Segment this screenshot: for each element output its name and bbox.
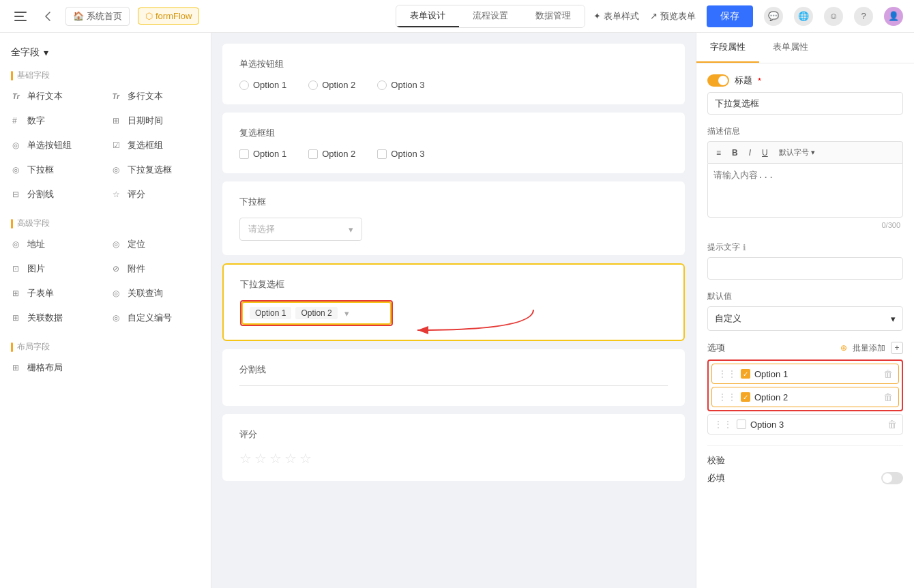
add-option-button[interactable]: + bbox=[891, 342, 903, 354]
desc-textarea[interactable] bbox=[707, 163, 903, 218]
field-custom-id[interactable]: ◎ 自定义编号 bbox=[106, 306, 206, 330]
radio-option-3[interactable]: Option 3 bbox=[377, 80, 424, 90]
checkbox-sq-3 bbox=[377, 149, 387, 159]
right-panel: 字段属性 表单属性 标题 * 描述信息 ≡ B bbox=[696, 33, 914, 588]
field-related-data[interactable]: ⊞ 关联数据 bbox=[5, 306, 106, 330]
svg-rect-2 bbox=[14, 20, 27, 21]
font-size-btn[interactable]: 默认字号 ▾ bbox=[776, 146, 818, 159]
hint-input[interactable] bbox=[707, 257, 903, 280]
field-divider[interactable]: ⊟ 分割线 bbox=[5, 182, 106, 207]
field-address[interactable]: ◎ 地址 bbox=[5, 232, 106, 256]
checkbox-option-1[interactable]: Option 1 bbox=[239, 149, 286, 159]
drag-handle-1[interactable]: ⋮⋮ bbox=[718, 368, 737, 379]
breadcrumb-home[interactable]: 🏠 系统首页 bbox=[65, 7, 130, 26]
multiselect-chevron-icon: ▾ bbox=[344, 308, 349, 319]
user-avatar[interactable]: 👤 bbox=[884, 7, 903, 26]
main-layout: 全字段 ▾ 基础字段 Tr 单行文本 Tr 多行文本 # 数字 ⊞ 日期时间 bbox=[0, 33, 914, 588]
option-row-1[interactable]: ⋮⋮ ✓ Option 1 🗑 bbox=[711, 364, 899, 384]
option-checkbox-1[interactable]: ✓ bbox=[741, 369, 750, 379]
option-delete-3[interactable]: 🗑 bbox=[887, 419, 897, 430]
help-icon[interactable]: ? bbox=[854, 7, 873, 26]
all-fields-header[interactable]: 全字段 ▾ bbox=[0, 41, 211, 64]
star-5[interactable]: ☆ bbox=[299, 450, 312, 467]
align-icon[interactable]: ≡ bbox=[713, 147, 724, 159]
basic-section-title: 基础字段 bbox=[0, 64, 211, 84]
required-toggle[interactable] bbox=[881, 472, 903, 484]
field-datetime[interactable]: ⊞ 日期时间 bbox=[106, 108, 206, 133]
radio-option-1[interactable]: Option 1 bbox=[239, 80, 286, 90]
field-rating[interactable]: ☆ 评分 bbox=[106, 182, 206, 207]
field-number[interactable]: # 数字 bbox=[5, 108, 106, 133]
checkbox-option-3[interactable]: Option 3 bbox=[377, 149, 424, 159]
multiselect-input[interactable]: Option 1 Option 2 ▾ bbox=[241, 302, 392, 325]
char-count: 0/300 bbox=[707, 220, 903, 231]
radio-circle-2 bbox=[308, 80, 318, 90]
save-button[interactable]: 保存 bbox=[707, 5, 753, 27]
field-location[interactable]: ◎ 定位 bbox=[106, 232, 206, 256]
card-rating[interactable]: 评分 ☆ ☆ ☆ ☆ ☆ bbox=[222, 414, 685, 481]
tab-flow[interactable]: 流程设置 bbox=[459, 5, 522, 27]
advanced-section-title: 高级字段 bbox=[0, 212, 211, 232]
field-related-query[interactable]: ◎ 关联查询 bbox=[106, 281, 206, 306]
star-2[interactable]: ☆ bbox=[254, 450, 267, 467]
star-3[interactable]: ☆ bbox=[269, 450, 282, 467]
field-checkbox[interactable]: ☑ 复选框组 bbox=[106, 133, 206, 158]
field-multi-select[interactable]: ◎ 下拉复选框 bbox=[106, 158, 206, 182]
tab-design[interactable]: 表单设计 bbox=[396, 5, 459, 27]
batch-add-label[interactable]: 批量添加 bbox=[853, 342, 885, 354]
drag-handle-2[interactable]: ⋮⋮ bbox=[718, 392, 737, 402]
rating-stars[interactable]: ☆ ☆ ☆ ☆ ☆ bbox=[239, 450, 668, 467]
underline-btn[interactable]: U bbox=[759, 147, 771, 159]
dropdown-icon: ◎ bbox=[12, 165, 23, 175]
field-single-text[interactable]: Tr 单行文本 bbox=[5, 84, 106, 108]
option-row-3[interactable]: ⋮⋮ Option 3 🗑 bbox=[707, 414, 903, 435]
option-delete-1[interactable]: 🗑 bbox=[883, 368, 893, 379]
field-multi-text[interactable]: Tr 多行文本 bbox=[106, 84, 206, 108]
card-radio-group[interactable]: 单选按钮组 Option 1 Option 2 Option 3 bbox=[222, 44, 685, 104]
tab-field-props[interactable]: 字段属性 bbox=[696, 33, 759, 63]
field-attachment[interactable]: ⊘ 附件 bbox=[106, 256, 206, 281]
card-multi-select[interactable]: 下拉复选框 Option 1 Option 2 ▾ bbox=[222, 263, 685, 341]
desc-toolbar: ≡ B I U 默认字号 ▾ bbox=[707, 141, 903, 163]
back-icon[interactable] bbox=[38, 7, 57, 26]
chat-icon[interactable]: 💬 bbox=[764, 7, 783, 26]
title-toggle[interactable] bbox=[707, 74, 729, 87]
preview-action[interactable]: ↗ 预览表单 bbox=[650, 10, 696, 23]
title-input[interactable] bbox=[707, 92, 903, 115]
menu-icon[interactable] bbox=[11, 7, 30, 26]
field-dropdown[interactable]: ◎ 下拉框 bbox=[5, 158, 106, 182]
form-style-action[interactable]: ✦ 表单样式 bbox=[593, 10, 639, 23]
hint-info-icon: ℹ bbox=[743, 243, 746, 252]
radio-option-2[interactable]: Option 2 bbox=[308, 80, 355, 90]
option-checkbox-3[interactable] bbox=[737, 420, 746, 429]
star-4[interactable]: ☆ bbox=[284, 450, 297, 467]
checkbox-icon: ☑ bbox=[113, 141, 123, 150]
multi-select-field[interactable]: Option 1 Option 2 ▾ bbox=[240, 300, 393, 326]
field-grid-layout[interactable]: ⊞ 栅格布局 bbox=[5, 355, 106, 380]
card-checkbox-group[interactable]: 复选框组 Option 1 Option 2 Option 3 bbox=[222, 113, 685, 173]
default-select[interactable]: 自定义 ▾ bbox=[707, 306, 903, 331]
face-icon[interactable]: ☺ bbox=[824, 7, 843, 26]
address-icon: ◎ bbox=[12, 239, 23, 249]
chevron-down-icon: ▾ bbox=[44, 47, 48, 58]
field-subtable[interactable]: ⊞ 子表单 bbox=[5, 281, 106, 306]
star-1[interactable]: ☆ bbox=[239, 450, 252, 467]
italic-btn[interactable]: I bbox=[746, 147, 754, 159]
card-divider[interactable]: 分割线 bbox=[222, 349, 685, 406]
option-row-2[interactable]: ⋮⋮ ✓ Option 2 🗑 bbox=[711, 387, 899, 407]
field-radio[interactable]: ◎ 单选按钮组 bbox=[5, 133, 106, 158]
globe-icon[interactable]: 🌐 bbox=[794, 7, 813, 26]
default-chevron-icon: ▾ bbox=[891, 314, 896, 324]
tab-form-props[interactable]: 表单属性 bbox=[759, 33, 822, 63]
checkbox-option-2[interactable]: Option 2 bbox=[308, 149, 355, 159]
dropdown-select[interactable]: 请选择 ▾ bbox=[239, 218, 362, 241]
breadcrumb-active[interactable]: ⬡ formFlow bbox=[138, 8, 199, 25]
card-dropdown[interactable]: 下拉框 请选择 ▾ bbox=[222, 181, 685, 255]
option-checkbox-2[interactable]: ✓ bbox=[741, 392, 750, 402]
drag-handle-3[interactable]: ⋮⋮ bbox=[713, 419, 733, 430]
tab-data[interactable]: 数据管理 bbox=[522, 5, 585, 27]
bold-btn[interactable]: B bbox=[729, 147, 741, 159]
option-delete-2[interactable]: 🗑 bbox=[883, 392, 893, 402]
topbar-left: 🏠 系统首页 ⬡ formFlow bbox=[11, 7, 387, 26]
field-image[interactable]: ⊡ 图片 bbox=[5, 256, 106, 281]
